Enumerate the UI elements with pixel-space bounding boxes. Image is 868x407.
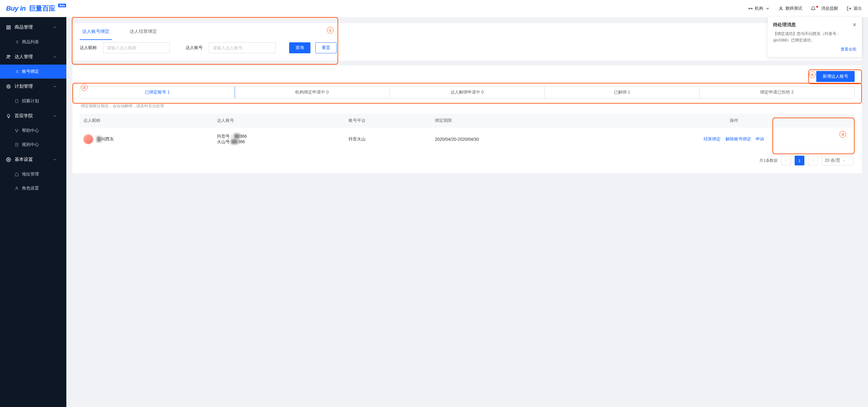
file-icon bbox=[14, 143, 19, 147]
pager-prev[interactable] bbox=[781, 156, 791, 166]
logout-label: 退出 bbox=[854, 6, 862, 11]
nickname-visible: 问西东 bbox=[101, 137, 114, 141]
account-label: 达人账号 bbox=[186, 45, 203, 51]
sidebar-item-product-list[interactable]: 商品列表 bbox=[0, 35, 66, 49]
svg-rect-2 bbox=[7, 26, 8, 27]
nav-header-academy[interactable]: 百应学院 bbox=[0, 108, 66, 124]
logout-icon bbox=[847, 6, 851, 11]
nav-header-products[interactable]: 商品管理 bbox=[0, 20, 66, 35]
cell-ops: 结算绑定 解除账号绑定 申诉 bbox=[613, 128, 855, 151]
sidebar-item-help-center[interactable]: 帮助中心 bbox=[0, 124, 66, 138]
sidebar-item-rule-center[interactable]: 规则中心 bbox=[0, 138, 66, 152]
chevron-up-icon bbox=[53, 26, 57, 29]
status-tab-org-apply[interactable]: 机构绑定申请中 0 bbox=[235, 87, 390, 98]
svg-point-23 bbox=[17, 131, 17, 132]
account-line2-prefix: 火山号 bbox=[217, 139, 230, 144]
nav-item-label: 规则中心 bbox=[22, 142, 39, 147]
svg-rect-3 bbox=[9, 26, 10, 27]
status-tab-unbound[interactable]: 已解绑 1 bbox=[545, 87, 700, 98]
nav-item-label: 账号绑定 bbox=[22, 69, 39, 74]
users-icon bbox=[6, 55, 11, 59]
hint-text: 绑定期限过期后，会自动解绑，请及时关注处理 bbox=[80, 103, 855, 114]
nav-item-label: 商品列表 bbox=[22, 39, 39, 45]
account-line1-suffix: 366 bbox=[240, 134, 247, 139]
pager-page-1[interactable]: 1 bbox=[795, 156, 804, 166]
logout[interactable]: 退出 bbox=[847, 6, 862, 11]
logo-cn: 巨量百应 bbox=[29, 5, 55, 12]
blurred-text: 不 bbox=[97, 137, 101, 142]
chevron-left-icon bbox=[784, 159, 788, 163]
table-row: 不问西东 抖音号：qin366 火山号 abc366 抖音火山 2020/04/… bbox=[80, 128, 855, 151]
notif-dot bbox=[816, 6, 818, 8]
tab-settle-bind[interactable]: 达人结算绑定 bbox=[127, 23, 159, 40]
status-tab-rejected[interactable]: 绑定申请已拒绝 2 bbox=[700, 87, 854, 98]
svg-point-0 bbox=[780, 7, 781, 8]
nav-header-talent[interactable]: 达人管理 bbox=[0, 49, 66, 65]
sidebar-item-address[interactable]: 地址管理 bbox=[0, 167, 66, 181]
close-icon[interactable]: ✕ bbox=[852, 22, 857, 28]
th-period: 绑定期限 bbox=[431, 114, 613, 128]
pager: 共1条数据 1 20 条/页 bbox=[80, 151, 855, 168]
header-right: 机构 雅婷测试 消息提醒 退出 bbox=[748, 6, 862, 11]
query-button[interactable]: 查询 bbox=[289, 42, 310, 53]
logo-beta-badge: Beta bbox=[58, 4, 66, 7]
op-unbind[interactable]: 解除账号绑定 bbox=[725, 137, 751, 141]
user-menu[interactable]: 雅婷测试 bbox=[778, 6, 802, 11]
bulb-icon bbox=[6, 114, 11, 118]
account-input[interactable] bbox=[209, 42, 276, 53]
status-tab-bound[interactable]: 已绑定账号 1 bbox=[80, 86, 235, 98]
user-icon bbox=[778, 6, 783, 11]
cell-account: 抖音号：qin366 火山号 abc366 bbox=[213, 128, 345, 151]
nav-label: 商品管理 bbox=[14, 24, 33, 30]
sidebar-item-recruit-plan[interactable]: 招募计划 bbox=[0, 94, 66, 108]
tab-account-bind[interactable]: 达人账号绑定 bbox=[80, 23, 112, 40]
svg-point-27 bbox=[8, 159, 9, 160]
blurred-text: abc bbox=[231, 139, 238, 144]
chevron-down-icon bbox=[765, 6, 770, 11]
svg-point-13 bbox=[9, 55, 10, 56]
sidebar-item-account-bind[interactable]: 账号绑定 bbox=[0, 65, 66, 79]
account-line2-suffix: 366 bbox=[238, 139, 245, 144]
sidebar: 商品管理 商品列表 达人管理 账号绑定 计划管理 bbox=[0, 17, 66, 407]
user-icon bbox=[14, 186, 19, 191]
svg-point-18 bbox=[8, 86, 9, 87]
org-switcher[interactable]: 机构 bbox=[748, 6, 770, 11]
op-settle-bind[interactable]: 结算绑定 bbox=[704, 137, 721, 141]
nav-header-settings[interactable]: 基本设置 bbox=[0, 152, 66, 167]
add-account-button[interactable]: 新增达人账号 bbox=[816, 71, 855, 82]
table-header-row: 达人昵称 达人账号 账号平台 绑定期限 操作 bbox=[80, 114, 855, 128]
sidebar-item-role[interactable]: 角色设置 bbox=[0, 181, 66, 195]
popover-header: 待处理消息 ✕ bbox=[773, 22, 857, 28]
nickname-input[interactable] bbox=[103, 42, 170, 53]
filter-card: 达人账号绑定 达人结算绑定 达人昵称 达人账号 查询 重置 bbox=[72, 23, 862, 61]
page-size-select[interactable]: 20 条/页 bbox=[822, 156, 854, 166]
blurred-text: qin bbox=[234, 134, 240, 139]
top-header: Buy in 巨量百应 Beta 机构 雅婷测试 消息提醒 退出 bbox=[0, 0, 868, 17]
chevron-up-icon bbox=[53, 55, 57, 59]
filter-row: 达人昵称 达人账号 查询 重置 bbox=[72, 40, 862, 61]
nav-header-plan[interactable]: 计划管理 bbox=[0, 79, 66, 94]
pager-next[interactable] bbox=[808, 156, 818, 166]
th-platform: 账号平台 bbox=[345, 114, 431, 128]
account-table: 达人昵称 达人账号 账号平台 绑定期限 操作 不问西东 抖音 bbox=[80, 114, 855, 151]
svg-rect-19 bbox=[16, 99, 18, 103]
chevron-down-icon bbox=[843, 159, 846, 162]
target-icon bbox=[6, 84, 11, 89]
pending-message-popover: 待处理消息 ✕ 【绑定成功】您与不问西东（抖音号：qin3366）已绑定成功。 … bbox=[768, 17, 862, 57]
page-size-label: 20 条/页 bbox=[825, 158, 840, 163]
branch-icon bbox=[14, 128, 19, 133]
nav-item-label: 帮助中心 bbox=[22, 128, 39, 134]
table-card: 新增达人账号 已绑定账号 1 机构绑定申请中 0 达人解绑申请中 0 已解绑 1… bbox=[72, 65, 862, 173]
logo-en: Buy in bbox=[6, 5, 26, 12]
svg-point-17 bbox=[7, 85, 10, 88]
popover-view-all[interactable]: 查看全部 bbox=[773, 47, 857, 52]
chevron-right-icon bbox=[811, 159, 815, 163]
svg-rect-4 bbox=[7, 28, 8, 29]
status-tab-unbind-apply[interactable]: 达人解绑申请中 0 bbox=[390, 87, 545, 98]
cell-nickname: 不问西东 bbox=[80, 128, 213, 151]
notifications[interactable]: 消息提醒 bbox=[811, 6, 838, 11]
reset-button[interactable]: 重置 bbox=[315, 42, 337, 53]
nav-group-products: 商品管理 商品列表 bbox=[0, 20, 66, 49]
op-appeal[interactable]: 申诉 bbox=[756, 137, 764, 141]
grid-icon bbox=[6, 25, 11, 30]
